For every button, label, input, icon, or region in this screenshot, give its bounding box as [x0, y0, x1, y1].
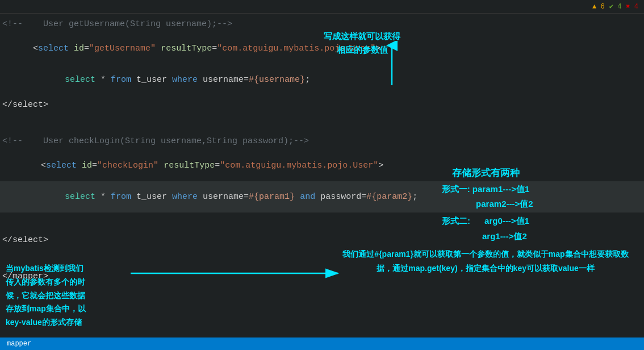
- status-bar: mapper: [0, 338, 644, 350]
- warning-count: ▲ 6: [592, 3, 605, 11]
- code-text-10: </select>: [0, 235, 644, 245]
- code-line-3: select * from t_user where username=#{us…: [0, 64, 644, 95]
- code-line-6: <!-- User checkLogin(String username,Str…: [0, 132, 644, 150]
- code-editor: <!-- User getUsername(String username);-…: [0, 14, 644, 285]
- code-text-6: <!-- User checkLogin(String username,Str…: [0, 136, 644, 146]
- check-count: ✔ 4: [609, 2, 622, 11]
- code-line-4: </select>: [0, 95, 644, 114]
- code-text-7: <select id="checkLogin" resultType="com.…: [8, 151, 644, 180]
- left-ann-line2: 传入的参数有多个的时: [6, 276, 131, 289]
- status-icons: ▲ 6 ✔ 4 ✖ 4: [592, 2, 638, 11]
- code-text-8: select * from t_user where username=#{pa…: [0, 182, 644, 211]
- left-ann-line5: key-value的形式存储: [6, 316, 131, 330]
- annotation-left: 当mybatis检测到我们 传入的参数有多个的时 候，它就会把这些数据 存放到m…: [0, 259, 136, 333]
- code-line-1: <!-- User getUsername(String username);-…: [0, 15, 644, 33]
- status-text: mapper: [7, 340, 31, 348]
- code-text-4: </select>: [0, 100, 644, 110]
- code-text-1: <!-- User getUsername(String username);-…: [0, 19, 644, 29]
- code-line-9: [0, 213, 644, 231]
- left-ann-line4: 存放到map集合中，以: [6, 302, 131, 316]
- top-bar: ▲ 6 ✔ 4 ✖ 4: [0, 0, 644, 14]
- code-line-8: select * from t_user where username=#{pa…: [0, 181, 644, 213]
- code-text-3: select * from t_user where username=#{us…: [0, 65, 644, 94]
- left-ann-line1: 当mybatis检测到我们: [6, 262, 131, 276]
- code-line-5: [0, 114, 644, 132]
- code-line-7: <select id="checkLogin" resultType="com.…: [0, 150, 644, 181]
- error-count: ✖ 4: [626, 2, 638, 11]
- left-ann-line3: 候，它就会把这些数据: [6, 289, 131, 303]
- code-text-2: <select id="getUsername" resultType="com…: [0, 34, 644, 63]
- code-line-10: </select>: [0, 231, 644, 249]
- code-line-2: <select id="getUsername" resultType="com…: [0, 33, 644, 64]
